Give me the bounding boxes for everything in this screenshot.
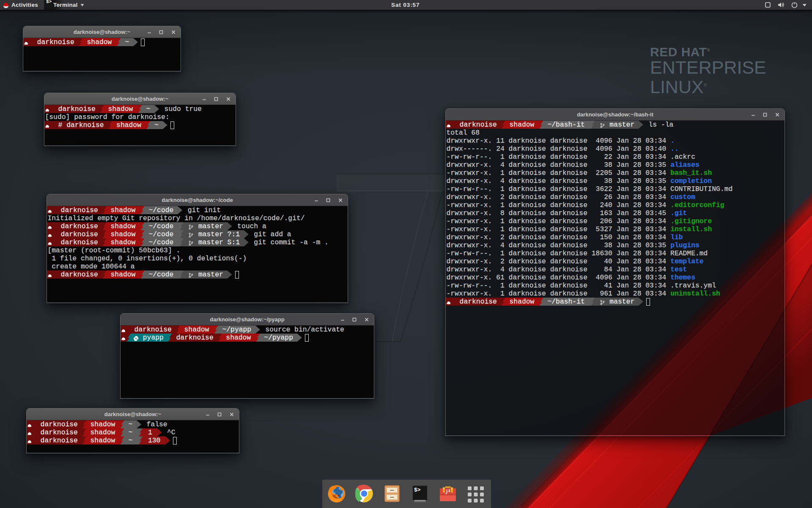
svg-text:$>: $>	[414, 487, 421, 493]
